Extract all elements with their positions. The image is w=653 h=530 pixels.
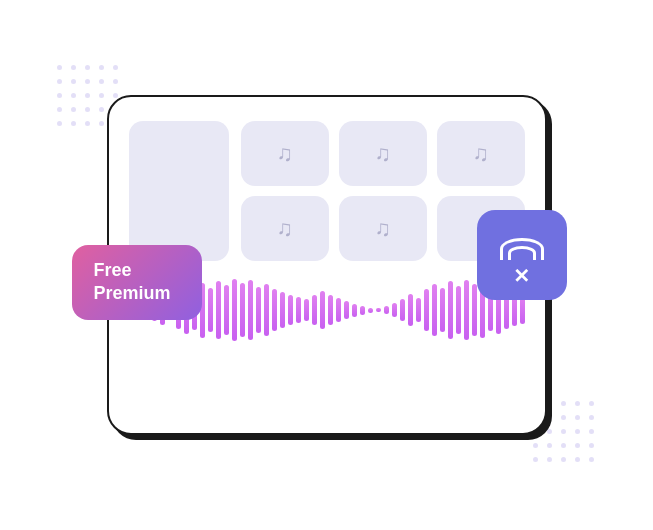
waveform-bar xyxy=(440,288,445,332)
music-note-icon-5: ♫ xyxy=(374,216,391,242)
waveform-bar xyxy=(232,279,237,341)
sidebar-placeholder xyxy=(129,121,229,261)
music-note-icon-3: ♫ xyxy=(472,141,489,167)
wifi-x-mark: ✕ xyxy=(513,266,530,286)
waveform-bar xyxy=(464,280,469,340)
music-icon-1: ♫ xyxy=(241,121,329,186)
music-icon-2: ♫ xyxy=(339,121,427,186)
music-icon-3: ♫ xyxy=(437,121,525,186)
music-icon-5: ♫ xyxy=(339,196,427,261)
music-icon-4: ♫ xyxy=(241,196,329,261)
wifi-icon xyxy=(498,224,546,260)
waveform-bar xyxy=(328,295,333,325)
waveform-bar xyxy=(368,308,373,313)
waveform-bar xyxy=(256,287,261,333)
waveform-bar xyxy=(456,286,461,334)
waveform-bar xyxy=(208,288,213,332)
waveform-bar xyxy=(448,281,453,339)
waveform-bar xyxy=(416,298,421,322)
waveform-bar xyxy=(344,301,349,319)
device-top-row: ♫ ♫ ♫ ♫ ♫ xyxy=(129,121,525,261)
waveform-bar xyxy=(216,281,221,339)
free-label: Free xyxy=(94,260,132,280)
music-note-icon-1: ♫ xyxy=(276,141,293,167)
waveform-bar xyxy=(376,308,381,312)
free-premium-badge[interactable]: Free Premium xyxy=(72,245,202,320)
music-note-icon-2: ♫ xyxy=(374,141,391,167)
waveform-bar xyxy=(280,292,285,328)
music-note-icon-4: ♫ xyxy=(276,216,293,242)
premium-label: Premium xyxy=(94,283,171,303)
waveform-bar xyxy=(352,304,357,317)
waveform-bar xyxy=(432,284,437,336)
waveform-bar xyxy=(240,283,245,337)
waveform-bar xyxy=(248,280,253,340)
waveform-bar xyxy=(520,296,525,324)
waveform-bar xyxy=(424,289,429,331)
waveform-bar xyxy=(312,295,317,325)
waveform-bar xyxy=(304,299,309,321)
waveform-bar xyxy=(408,294,413,326)
waveform-bar xyxy=(360,306,365,315)
waveform-bar xyxy=(384,306,389,314)
waveform-bar xyxy=(296,297,301,323)
waveform-bar xyxy=(288,295,293,325)
waveform-bar xyxy=(272,289,277,331)
waveform-bar xyxy=(264,284,269,336)
waveform-bar xyxy=(400,299,405,321)
no-wifi-badge: ✕ xyxy=(477,210,567,300)
waveform-bar xyxy=(224,285,229,335)
waveform-bar xyxy=(472,284,477,336)
waveform-bar xyxy=(336,298,341,322)
waveform-bar xyxy=(320,291,325,329)
waveform-bar xyxy=(392,303,397,317)
wifi-arc-inner xyxy=(508,246,536,260)
